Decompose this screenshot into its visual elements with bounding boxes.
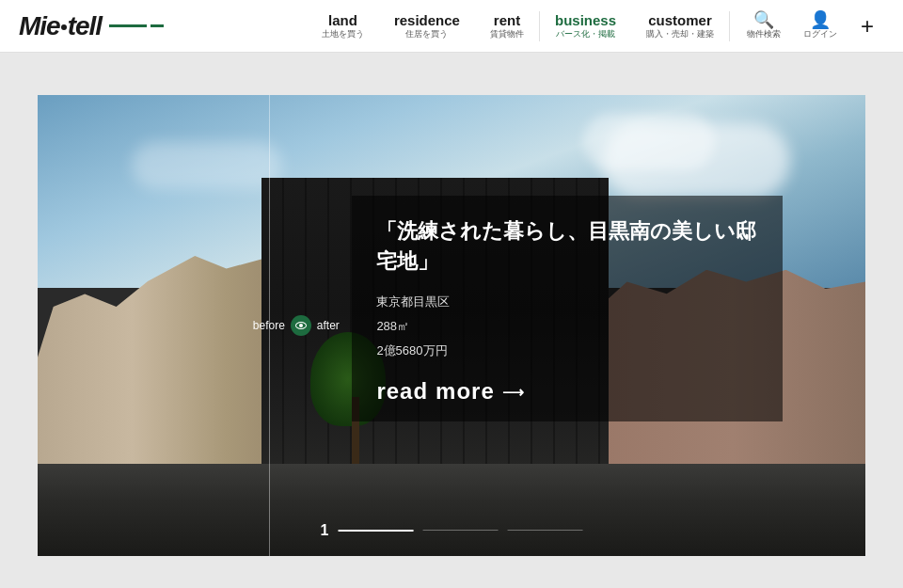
pagination-line-1[interactable] xyxy=(338,530,413,532)
eye-icon xyxy=(295,322,307,329)
hero-container: before after 「洗練された暮らし、目黒南の美しい邸宅地」 東京都目黒… xyxy=(38,95,865,556)
hero-details: 東京都目黒区 288㎡ 2億5680万円 xyxy=(376,290,758,363)
search-icon: 🔍 xyxy=(753,11,774,28)
nav-ja-residence: 住居を買う xyxy=(405,29,448,40)
logo-text: Mietell xyxy=(19,11,102,41)
logo-decoration xyxy=(109,24,164,27)
nav-en-rent: rent xyxy=(494,12,520,29)
login-label: ログイン xyxy=(803,28,837,40)
pagination-current: 1 xyxy=(321,522,329,539)
plus-button[interactable]: + xyxy=(850,9,884,43)
cloud-3 xyxy=(132,142,282,189)
detail-location: 東京都目黒区 xyxy=(376,290,758,314)
user-icon: 👤 xyxy=(810,11,831,28)
nav-item-residence[interactable]: residence 住居を買う xyxy=(379,12,475,40)
before-label: before xyxy=(253,319,285,332)
search-button[interactable]: 🔍 物件検索 xyxy=(737,11,790,40)
nav-ja-land: 土地を買う xyxy=(322,29,364,40)
hero-headline: 「洗練された暮らし、目黒南の美しい邸宅地」 xyxy=(376,216,758,277)
nav-divider-2 xyxy=(729,11,730,41)
pagination: 1 xyxy=(321,522,583,539)
info-card: 「洗練された暮らし、目黒南の美しい邸宅地」 東京都目黒区 288㎡ 2億5680… xyxy=(352,196,783,421)
header: Mietell land 土地を買う residence 住居を買う rent … xyxy=(0,0,903,53)
readmore-text-read: read xyxy=(376,378,428,405)
nav-en-customer: customer xyxy=(648,12,712,29)
search-label: 物件検索 xyxy=(747,28,781,40)
main-content: before after 「洗練された暮らし、目黒南の美しい邸宅地」 東京都目黒… xyxy=(0,53,903,588)
pagination-line-2[interactable] xyxy=(422,530,498,531)
nav-item-land[interactable]: land 土地を買う xyxy=(307,12,379,40)
pagination-line-3[interactable] xyxy=(507,530,582,531)
nav-ja-rent: 賃貸物件 xyxy=(490,29,524,40)
readmore-arrow-icon: ⟶ xyxy=(502,383,525,401)
cloud-2 xyxy=(583,114,715,170)
before-after-toggle[interactable]: before after xyxy=(253,315,340,336)
toggle-circle[interactable] xyxy=(291,315,311,336)
nav-item-rent[interactable]: rent 賃貸物件 xyxy=(475,12,539,40)
header-icons: 🔍 物件検索 👤 ログイン + xyxy=(737,9,884,43)
nav-item-customer[interactable]: customer 購入・売却・建築 xyxy=(631,12,729,40)
nav-en-residence: residence xyxy=(394,12,460,29)
nav-ja-customer: 購入・売却・建築 xyxy=(646,29,714,40)
nav-en-business: business xyxy=(555,12,616,29)
readmore-button[interactable]: readmore ⟶ xyxy=(376,378,524,405)
nav-item-business[interactable]: business バース化・掲載 xyxy=(540,12,631,40)
logo[interactable]: Mietell xyxy=(19,11,164,41)
readmore-text-more: more xyxy=(436,378,495,405)
detail-price: 2億5680万円 xyxy=(376,339,758,363)
hero-ground xyxy=(38,464,865,556)
nav-ja-business: バース化・掲載 xyxy=(556,29,615,40)
main-nav: land 土地を買う residence 住居を買う rent 賃貸物件 bus… xyxy=(307,9,884,43)
login-button[interactable]: 👤 ログイン xyxy=(794,11,847,40)
nav-en-land: land xyxy=(328,12,357,29)
detail-area: 288㎡ xyxy=(376,314,758,339)
after-label: after xyxy=(317,319,340,332)
